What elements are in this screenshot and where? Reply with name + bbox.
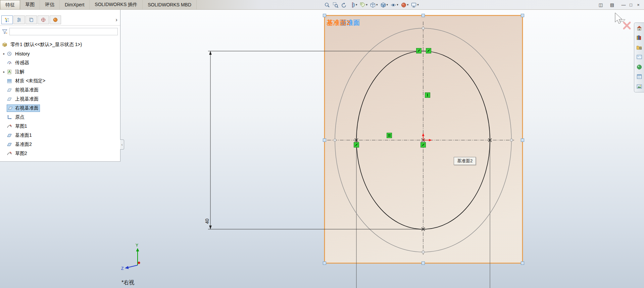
minimize-button[interactable]: —	[620, 2, 627, 7]
relation-badge-vertical[interactable]	[425, 93, 430, 98]
tree-item-history[interactable]: ▸ History	[0, 49, 120, 58]
relation-badge-equal[interactable]	[387, 133, 392, 138]
reference-plane-2[interactable]	[325, 15, 523, 263]
close-button[interactable]: ×	[635, 2, 642, 7]
tab-dimxpert[interactable]: DimXpert	[60, 0, 90, 9]
display-manager-icon	[53, 17, 58, 23]
tab-property-manager[interactable]	[13, 15, 25, 24]
tab-solidworks-mbd[interactable]: SOLIDWORKS MBD	[143, 0, 197, 9]
property-manager-icon	[16, 17, 22, 23]
outer-ellipse[interactable]	[335, 28, 511, 252]
display-style-button[interactable]: ▾	[380, 1, 389, 9]
tab-dimxpert-manager[interactable]	[38, 15, 49, 24]
annotation-views-button[interactable]: ▾	[359, 1, 368, 9]
relation-badge-coincident-2[interactable]	[426, 48, 431, 53]
photo-icon	[636, 83, 643, 90]
panel-collapse-handle[interactable]: ‹	[120, 139, 124, 150]
custom-properties-button[interactable]	[635, 73, 643, 81]
tab-features[interactable]: 特征	[0, 0, 20, 9]
tree-item-material[interactable]: 材质 <未指定>	[0, 76, 120, 85]
workspace-icon[interactable]: ▤	[608, 2, 616, 7]
tree-item-sensors[interactable]: 传感器	[0, 58, 120, 67]
plane-tooltip: 基准面2	[454, 157, 476, 165]
view-palette-button[interactable]	[635, 53, 643, 61]
pane-toggle-icon[interactable]: ◫	[597, 2, 604, 7]
resources-home-button[interactable]	[635, 24, 643, 32]
tree-item-origin[interactable]: 原点	[0, 113, 120, 122]
sketch-points[interactable]	[355, 138, 492, 231]
previous-view-icon	[341, 2, 347, 8]
caret-down-icon: ▾	[356, 3, 357, 6]
view-orientation-label: *右视	[121, 279, 134, 286]
tab-feature-manager[interactable]	[1, 15, 13, 24]
triad-y-label: Y	[136, 243, 138, 248]
command-manager-tabbar: 特征 草图 评估 DimXpert SOLIDWORKS 插件 SOLIDWOR…	[0, 0, 644, 10]
tree-item-plane2[interactable]: 基准面2	[0, 140, 120, 149]
configuration-manager-icon	[29, 17, 34, 23]
tree-item-plane1[interactable]: 基准面1	[0, 131, 120, 140]
restore-button[interactable]: □	[627, 2, 635, 7]
view-orientation-button[interactable]: ▾	[369, 1, 379, 9]
annotation-views-icon	[360, 2, 366, 8]
caret-down-icon: ▾	[397, 3, 398, 6]
tab-addins[interactable]: SOLIDWORKS 插件	[90, 0, 143, 9]
tab-configuration-manager[interactable]	[26, 15, 37, 24]
caret-down-icon: ▾	[387, 3, 388, 6]
tree-item-label: 草图1	[14, 123, 28, 130]
home-icon	[636, 25, 643, 32]
filter-input[interactable]	[9, 28, 118, 35]
panel-expand-chevron[interactable]: ›	[115, 17, 117, 23]
tree-item-label: 右视基准面	[15, 105, 39, 111]
feature-manager-panel: › 零件1 (默认<<默认>_显示状态 1>) ▸ History	[0, 10, 120, 162]
forum-button[interactable]	[635, 83, 643, 91]
feature-tree: 零件1 (默认<<默认>_显示状态 1>) ▸ History 传感器 ▸ 注解…	[0, 40, 120, 158]
tree-item-right-plane[interactable]: 右视基准面	[0, 104, 120, 113]
tree-item-root[interactable]: 零件1 (默认<<默认>_显示状态 1>)	[0, 40, 120, 49]
panel-tabs	[1, 15, 61, 25]
sketch-origin[interactable]	[422, 133, 432, 141]
tree-item-label: 前视基准面	[14, 87, 40, 93]
zoom-to-fit-button[interactable]	[324, 1, 331, 9]
design-library-button[interactable]	[635, 34, 643, 42]
tree-item-label: History	[14, 51, 31, 57]
relation-badge-coincident-1[interactable]	[416, 48, 422, 53]
sketch-ellipse[interactable]	[356, 51, 490, 229]
section-view-button[interactable]: ▾	[349, 1, 358, 9]
tree-item-sketch1[interactable]: 草图1	[0, 122, 120, 131]
ellipse-quadrant-points[interactable]	[334, 27, 513, 253]
reference-plane-icon	[7, 142, 12, 147]
plane-label-primary: 基准面2	[327, 18, 351, 27]
previous-view-button[interactable]	[340, 1, 348, 9]
tree-item-annotations[interactable]: ▸ 注解	[0, 67, 120, 76]
relation-badge-coincident-3[interactable]	[354, 142, 359, 148]
expand-arrow-icon[interactable]: ▸	[1, 70, 7, 74]
edit-appearance-button[interactable]: ▾	[400, 1, 409, 9]
tree-item-label: 零件1 (默认<<默认>_显示状态 1>)	[9, 41, 83, 48]
heads-up-toolbar: ▾ ▾ ▾ ▾	[324, 0, 419, 9]
history-icon	[7, 51, 12, 56]
display-style-icon	[380, 2, 386, 8]
tree-item-sketch2[interactable]: 草图2	[0, 149, 120, 158]
task-pane	[634, 23, 644, 92]
zoom-to-area-button[interactable]	[332, 1, 339, 9]
relation-badge-coincident-4[interactable]	[421, 142, 426, 148]
dimension-40[interactable]: 40	[204, 51, 422, 229]
tab-evaluate[interactable]: 评估	[40, 0, 60, 9]
tree-item-front-plane[interactable]: 前视基准面	[0, 85, 120, 94]
tree-item-label: 传感器	[14, 59, 30, 66]
expand-arrow-icon[interactable]: ▸	[1, 52, 7, 55]
tree-item-label: 原点	[14, 114, 26, 121]
file-explorer-button[interactable]	[635, 44, 643, 52]
tab-display-manager[interactable]	[50, 15, 61, 24]
tree-item-top-plane[interactable]: 上视基准面	[0, 94, 120, 104]
plane-handles[interactable]	[323, 14, 524, 265]
tree-item-label: 基准面2	[14, 141, 33, 148]
dismiss-icon[interactable]	[624, 23, 630, 29]
hide-show-items-button[interactable]: ▾	[390, 1, 399, 9]
tab-sketch[interactable]: 草图	[20, 0, 40, 9]
tree-item-label: 草图2	[14, 150, 28, 157]
view-settings-button[interactable]: ▾	[410, 1, 419, 9]
zoom-to-fit-icon	[324, 2, 330, 8]
filter-row	[2, 27, 118, 36]
appearances-scenes-button[interactable]	[635, 63, 643, 71]
